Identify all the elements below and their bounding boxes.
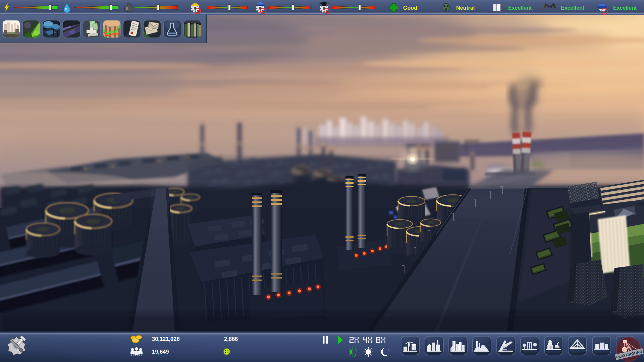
- svg-text:Good: Good: [403, 5, 417, 11]
- svg-text:Excellent: Excellent: [613, 5, 637, 11]
- svg-text:Excellent: Excellent: [508, 5, 532, 11]
- svg-text:Excellent: Excellent: [561, 5, 585, 11]
- svg-text:Neutral: Neutral: [456, 5, 475, 11]
